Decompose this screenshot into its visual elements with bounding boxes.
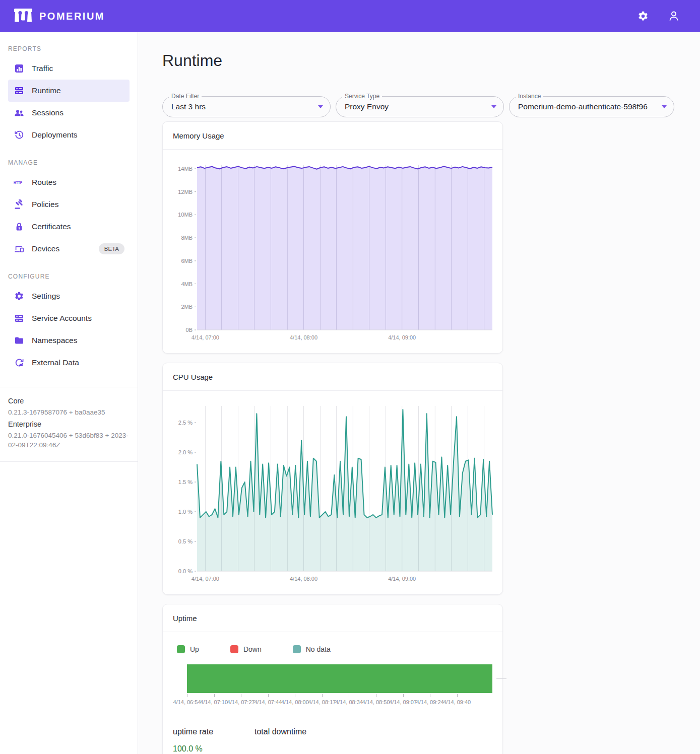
uptime-bar-area: 4/14, 06:544/14, 07:104/14, 07:274/14, 0… <box>187 664 492 707</box>
user-profile-icon[interactable] <box>668 10 680 22</box>
svg-text:4/14, 09:00: 4/14, 09:00 <box>388 334 416 340</box>
sidebar-item-external-data[interactable]: External Data <box>8 352 130 374</box>
sidebar-item-runtime[interactable]: Runtime <box>8 80 130 102</box>
sidebar-item-namespaces[interactable]: Namespaces <box>8 329 130 352</box>
uptime-axis-tick <box>295 694 295 697</box>
legend-label: Up <box>190 645 199 653</box>
policies-gavel-icon <box>13 198 25 211</box>
uptime-tick-row <box>187 693 492 698</box>
uptime-axis-end-tick <box>496 678 506 679</box>
total-downtime-stat: total downtime <box>254 727 336 754</box>
uptime-bar <box>187 664 492 693</box>
brand-name: POMERIUM <box>39 11 105 22</box>
svg-text:4/14, 07:00: 4/14, 07:00 <box>192 334 219 340</box>
svg-text:4MB: 4MB <box>181 281 193 287</box>
app-bar: POMERIUM <box>0 0 700 32</box>
uptime-axis-tick-label: 4/14, 09:07 <box>389 699 417 705</box>
date-filter-select[interactable]: Date Filter Last 3 hrs <box>162 96 331 117</box>
sidebar-item-deployments[interactable]: Deployments <box>8 124 130 146</box>
sidebar-item-routes[interactable]: HTTP Routes <box>8 171 130 193</box>
uptime-axis-tick <box>403 694 404 697</box>
settings-gear-icon[interactable] <box>638 11 649 22</box>
sidebar-item-label: Runtime <box>32 86 61 95</box>
sidebar-item-label: Namespaces <box>32 336 77 345</box>
chevron-down-icon <box>491 105 496 108</box>
uptime-title: Uptime <box>163 604 502 632</box>
instance-label: Instance <box>516 93 543 100</box>
date-filter-value: Last 3 hrs <box>171 102 314 111</box>
up-swatch-icon <box>177 645 185 653</box>
cpu-usage-title: CPU Usage <box>163 363 502 391</box>
section-header-configure: CONFIGURE <box>0 260 138 285</box>
legend-item-up: Up <box>177 645 199 653</box>
cpu-usage-card: CPU Usage 0.0 %0.5 %1.0 %1.5 %2.0 %2.5 %… <box>162 363 503 595</box>
legend-item-down: Down <box>230 645 262 653</box>
uptime-axis-tick <box>187 694 187 697</box>
uptime-rate-label: uptime rate <box>173 727 254 736</box>
uptime-axis-tick-label: 4/14, 08:00 <box>281 699 309 705</box>
uptime-axis-tick-label: 4/14, 07:27 <box>227 699 255 705</box>
uptime-legend: Up Down No data <box>172 639 493 656</box>
date-filter-label: Date Filter <box>169 93 202 100</box>
instance-select[interactable]: Instance Pomerium-demo-authenticate-598f… <box>509 96 674 117</box>
pomerium-logo-icon <box>13 7 33 26</box>
uptime-axis-tick <box>430 694 430 697</box>
svg-text:0.0 %: 0.0 % <box>178 568 193 574</box>
svg-text:4/14, 08:00: 4/14, 08:00 <box>290 334 317 340</box>
sidebar-item-settings[interactable]: Settings <box>8 285 130 307</box>
svg-text:2MB: 2MB <box>181 304 193 310</box>
uptime-axis-tick <box>376 694 376 697</box>
uptime-card: Uptime Up Down No data <box>162 604 503 754</box>
sidebar-item-label: Sessions <box>32 108 63 117</box>
sidebar-item-devices[interactable]: Devices BETA <box>8 238 130 260</box>
section-header-manage: MANAGE <box>0 146 138 171</box>
sidebar-item-sessions[interactable]: Sessions <box>8 102 130 124</box>
svg-text:2.5 %: 2.5 % <box>178 420 193 426</box>
uptime-axis-tick-label: 4/14, 09:24 <box>416 699 444 705</box>
uptime-axis-tick-label: 4/14, 09:40 <box>443 699 471 705</box>
beta-badge: BETA <box>99 243 124 254</box>
uptime-axis-tick <box>268 694 269 697</box>
certificates-lock-icon <box>13 221 25 233</box>
uptime-axis-tick-label: 4/14, 07:44 <box>254 699 282 705</box>
brand[interactable]: POMERIUM <box>13 7 105 26</box>
sidebar-item-traffic[interactable]: Traffic <box>8 57 130 80</box>
svg-text:1.5 %: 1.5 % <box>178 479 193 485</box>
core-version-label: Core <box>8 396 130 406</box>
routes-http-icon: HTTP <box>13 176 25 188</box>
sidebar: REPORTS Traffic Runtime Sessions Deploym… <box>0 32 138 754</box>
uptime-rate-stat: uptime rate 100.0 % <box>173 727 254 754</box>
memory-usage-title: Memory Usage <box>163 122 502 150</box>
nodata-swatch-icon <box>293 645 301 653</box>
sidebar-item-label: Policies <box>32 200 58 209</box>
sidebar-item-label: Routes <box>32 178 56 187</box>
chevron-down-icon <box>662 105 667 108</box>
svg-text:0B: 0B <box>186 327 193 333</box>
version-info: Core 0.21.3-1679587076 + ba0aae35 Enterp… <box>0 387 138 457</box>
sidebar-item-policies[interactable]: Policies <box>8 193 130 216</box>
enterprise-version-label: Enterprise <box>8 419 130 430</box>
sidebar-item-label: Settings <box>32 292 60 301</box>
runtime-icon <box>13 85 25 97</box>
uptime-stats: uptime rate 100.0 % total downtime <box>172 718 493 754</box>
sidebar-item-label: External Data <box>32 358 79 367</box>
sidebar-item-certificates[interactable]: Certificates BETA <box>8 216 130 238</box>
sidebar-item-service-accounts[interactable]: Service Accounts <box>8 307 130 329</box>
external-data-icon <box>13 357 25 369</box>
svg-text:4/14, 08:00: 4/14, 08:00 <box>290 576 317 582</box>
sidebar-item-label: Certificates <box>32 222 71 231</box>
section-header-reports: REPORTS <box>0 32 138 57</box>
uptime-rate-value: 100.0 % <box>173 744 254 754</box>
uptime-axis-tick-label: 4/14, 08:17 <box>308 699 336 705</box>
sidebar-item-label: Service Accounts <box>32 314 92 323</box>
uptime-axis-tick-label: 4/14, 08:34 <box>335 699 363 705</box>
total-downtime-label: total downtime <box>254 727 336 736</box>
cpu-usage-chart: 0.0 %0.5 %1.0 %1.5 %2.0 %2.5 %4/14, 07:0… <box>172 398 494 588</box>
svg-text:10MB: 10MB <box>178 212 193 218</box>
service-accounts-icon <box>13 312 25 324</box>
service-type-select[interactable]: Service Type Proxy Envoy <box>336 96 504 117</box>
svg-text:0.5 %: 0.5 % <box>178 538 193 544</box>
traffic-icon <box>13 62 25 75</box>
sidebar-item-label: Deployments <box>32 130 77 140</box>
uptime-axis-tick-label: 4/14, 08:50 <box>362 699 390 705</box>
